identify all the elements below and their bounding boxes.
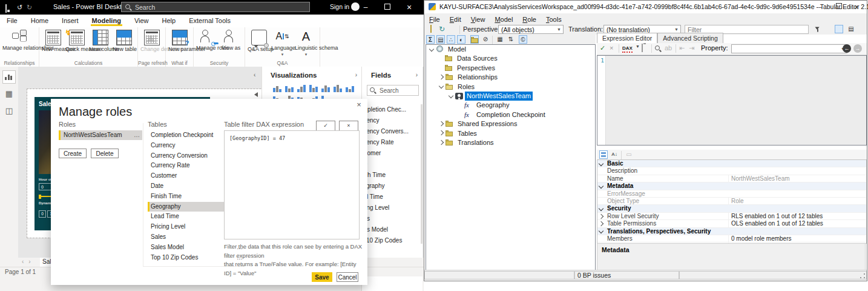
menu-view[interactable]: View <box>128 15 156 25</box>
menu-external-tools[interactable]: External Tools <box>182 15 237 25</box>
chip-value[interactable]: 0 <box>39 210 46 218</box>
perspective-select[interactable]: (All objects)▼ <box>498 25 564 34</box>
create-role-button[interactable]: Create <box>59 149 87 158</box>
tree-node-shared-expressions[interactable]: Shared Expressions <box>426 119 595 129</box>
cancel-expression-icon[interactable]: × <box>610 44 613 52</box>
language-button[interactable]: A⇅Language▾ <box>271 28 294 58</box>
property-value[interactable]: NorthWestSalesTeam <box>728 175 790 182</box>
property-value[interactable]: OLS enabled on 1 out of 12 tables <box>728 220 823 227</box>
menu-file[interactable]: File <box>0 15 24 25</box>
te-menu-file[interactable]: File <box>424 15 445 24</box>
property-value[interactable]: Role <box>728 198 744 204</box>
tree-node-model[interactable]: Model <box>426 45 595 54</box>
fields-expand-icon[interactable]: › <box>416 72 418 78</box>
view-as-button[interactable]: View as <box>219 28 243 52</box>
property-category[interactable]: Security <box>597 205 866 212</box>
metadata-info-toggle-icon[interactable]: © <box>519 35 527 44</box>
folders-toggle-icon[interactable] <box>470 35 479 44</box>
fields-search-input[interactable]: Search <box>367 85 419 96</box>
visual-type-icon[interactable] <box>334 84 343 92</box>
property-row[interactable]: Table PermissionsOLS enabled on 1 out of… <box>597 220 866 227</box>
page-nav-arrows[interactable]: ‹› <box>22 258 36 265</box>
back-icon[interactable]: ← <box>843 44 851 53</box>
undo-icon[interactable]: ↺ <box>17 3 22 12</box>
measures-toggle-icon[interactable]: Σ <box>426 35 435 44</box>
visual-type-icon[interactable] <box>273 84 282 92</box>
te-close-button[interactable]: × <box>847 1 866 13</box>
menu-insert[interactable]: Insert <box>55 15 85 25</box>
columns-toggle-icon[interactable]: ▤ <box>436 35 445 44</box>
format-dax-icon[interactable]: DAX <box>622 45 633 53</box>
menu-home[interactable]: Home <box>24 15 55 25</box>
dialog-close-icon[interactable]: × <box>354 100 364 109</box>
refresh-icon[interactable]: ↻ <box>438 25 446 33</box>
categorized-view-icon[interactable] <box>599 150 608 159</box>
list-view-icon[interactable]: ▤ <box>847 25 855 33</box>
tree-node-relationships[interactable]: Relationships <box>426 73 595 82</box>
new-column-button[interactable]: New column <box>88 28 112 53</box>
tree-view-icon[interactable] <box>835 25 843 33</box>
data-view-button[interactable]: ▦ <box>2 87 16 101</box>
visual-type-icon[interactable] <box>346 84 355 92</box>
property-row[interactable]: Description <box>597 167 866 175</box>
sort-alpha-icon[interactable]: ⇅ <box>507 35 515 44</box>
expander-icon[interactable] <box>599 213 603 218</box>
slider-start-value[interactable]: 0 <box>39 183 52 190</box>
tree-node-geography[interactable]: fxGeography <box>426 101 595 110</box>
expression-code-area[interactable]: 1 <box>597 55 867 146</box>
q&a-setup-button[interactable]: Q&A setup <box>247 28 271 53</box>
property-category[interactable]: Metadata <box>597 182 866 190</box>
expander-icon[interactable] <box>439 130 444 135</box>
expander-icon[interactable] <box>439 139 444 144</box>
property-row[interactable]: NameNorthWestSalesTeam <box>597 175 866 182</box>
global-search-input[interactable]: Search <box>121 2 310 12</box>
expander-icon[interactable] <box>429 46 434 51</box>
manage-relationships-button[interactable]: Manage relationships <box>2 28 37 52</box>
chevron-down-icon[interactable]: ▼ <box>636 44 640 48</box>
linguistic-schema-button[interactable]: ALinguistic schema▾ <box>294 28 318 58</box>
collapse-pane-icon[interactable] <box>254 92 258 97</box>
expander-icon[interactable] <box>439 84 444 89</box>
new-measure-button[interactable]: New measure <box>41 28 65 53</box>
save-button[interactable]: Save <box>312 272 332 282</box>
te-menu-tools[interactable]: Tools <box>541 15 567 24</box>
visual-type-icon[interactable] <box>285 84 294 92</box>
filter-icon[interactable] <box>813 26 821 35</box>
expand-right-icon[interactable]: › <box>355 72 357 78</box>
hidden-objects-toggle-icon[interactable]: ⊘ <box>481 35 490 44</box>
partitions-toggle-icon[interactable]: ◐ <box>457 35 465 44</box>
expander-icon[interactable] <box>599 221 603 226</box>
find-icon[interactable] <box>655 45 662 53</box>
quick-measure-button[interactable]: ↯Quick measure <box>65 28 88 53</box>
flat-view-icon[interactable] <box>824 25 832 33</box>
cancel-button[interactable]: Cancel <box>337 272 358 282</box>
visual-type-icon[interactable] <box>321 84 330 92</box>
save-icon[interactable] <box>5 3 7 12</box>
role-more-icon[interactable]: … <box>134 130 140 140</box>
dax-expression-input[interactable]: [GeographyID] = 47 <box>224 130 360 239</box>
manage-roles-button[interactable]: Manage roles <box>196 28 219 52</box>
te-minimize-button[interactable]: – <box>811 1 829 13</box>
model-view-button[interactable]: ◫ <box>2 104 16 118</box>
new-parameter-button[interactable]: ?New parameter <box>168 28 191 53</box>
report-view-button[interactable] <box>2 70 16 84</box>
validate-expression-button[interactable]: ✓ <box>316 121 335 131</box>
tree-node-completion-checkpoint[interactable]: fxCompletion Checkpoint <box>426 110 595 119</box>
delete-role-button[interactable]: Delete <box>91 149 119 158</box>
visual-type-icon[interactable] <box>309 84 318 92</box>
expander-icon[interactable] <box>439 121 444 125</box>
property-category[interactable]: Translations, Perspectives, Security <box>597 228 866 235</box>
property-value[interactable]: RLS enabled on 1 out of 12 tables <box>728 213 823 219</box>
tree-node-data-sources[interactable]: Data Sources <box>426 54 595 63</box>
new-table-button[interactable]: New table <box>112 28 136 53</box>
property-row[interactable]: ErrorMessage <box>597 190 866 198</box>
tree-node-roles[interactable]: Roles <box>426 82 595 92</box>
accept-expression-icon[interactable]: ✓ <box>600 44 605 52</box>
tree-node-perspectives[interactable]: Perspectives <box>426 64 595 73</box>
paste-icon[interactable] <box>642 44 643 52</box>
menu-help[interactable]: Help <box>156 15 183 25</box>
order-by-icon[interactable]: ▦ <box>496 35 504 44</box>
menu-modeling[interactable]: Modeling <box>85 15 128 25</box>
property-row[interactable]: Object TypeRole <box>597 198 866 205</box>
collapse-left-icon[interactable]: ‹ <box>254 72 255 78</box>
